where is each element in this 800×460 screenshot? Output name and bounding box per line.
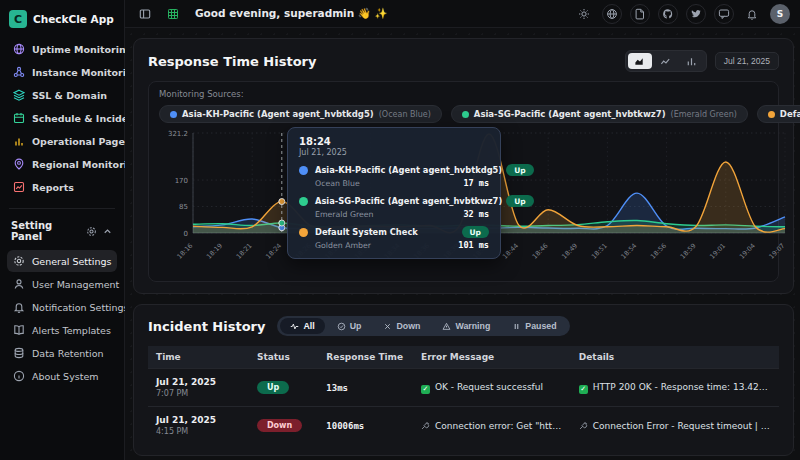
calendar-icon [13,112,25,124]
filter-up[interactable]: Up [327,318,372,334]
status-badge: Up [506,164,533,176]
user-icon [13,278,25,290]
tooltip-row: Default System CheckUp Golden Amber101 m… [299,226,489,250]
svg-text:19:07: 19:07 [768,242,787,261]
chat-icon[interactable] [714,4,734,24]
notifications-bell-icon[interactable] [742,4,762,24]
series-color-dot [299,166,308,175]
map-pin-icon [13,158,25,170]
svg-text:85: 85 [179,203,188,211]
sidebar-item-ssl-domain[interactable]: SSL & Domain [7,84,117,106]
sidebar-toggle-icon[interactable] [135,4,155,24]
filter-paused[interactable]: Paused [502,318,566,334]
sidebar-item-label: SSL & Domain [32,90,107,101]
twitter-icon[interactable] [686,4,706,24]
database-icon [13,347,25,359]
chart-tooltip: 18:24 Jul 21, 2025 Asia-KH-Pacific (Agen… [287,127,501,259]
check-icon: ✓ [421,385,430,394]
plug-icon [421,421,430,430]
globe-icon [13,43,25,55]
content-area: Response Time History Jul 21, 2025 Monit… [125,28,800,460]
status-badge: Up [506,195,533,207]
sidebar-item-label: Alerts Templates [32,325,111,336]
sidebar-item-label: Schedule & Incident [32,113,140,124]
sidebar-item-label: General Settings [32,256,111,267]
svg-text:19:01: 19:01 [708,242,727,261]
svg-text:18:46: 18:46 [531,242,550,261]
incident-history-card: Incident History All Up Down [133,304,794,456]
filter-all[interactable]: All [280,318,324,334]
svg-text:170: 170 [175,177,188,185]
sidebar-item-reports[interactable]: Reports [7,176,117,198]
sidebar-item-label: Operational Page [32,136,125,147]
sidebar-item-label: About System [32,371,99,382]
bar-chart-icon [13,135,25,147]
incident-row[interactable]: Jul 21, 20254:15 PM Down 10006ms Connect… [148,407,779,445]
line-chart-view-button[interactable] [654,53,678,69]
sidebar: C CheckCle App Uptime Monitoring Instanc… [0,0,125,460]
sidebar-item-label: Reports [32,182,74,193]
svg-text:18:56: 18:56 [649,242,668,261]
sidebar-divider [9,208,115,209]
github-icon[interactable] [658,4,678,24]
incident-row[interactable]: Jul 21, 20257:07 PM Up 13ms ✓OK - Reques… [148,369,779,407]
sidebar-item-label: Notification Settings [32,302,129,313]
sidebar-item-about-system[interactable]: About System [7,365,117,387]
sidebar-item-general-settings[interactable]: General Settings [7,250,117,272]
status-badge: Down [257,419,302,432]
response-time-chart[interactable]: 085170321.218:1618:1918:2118:2418:2618:2… [159,127,768,279]
check-icon: ✓ [579,385,588,394]
nodes-icon [13,66,25,78]
user-avatar[interactable]: S [770,4,790,24]
bar-chart-view-button[interactable] [680,53,704,69]
gear-icon [13,255,25,267]
date-picker[interactable]: Jul 21, 2025 [715,52,779,70]
book-icon [13,324,25,336]
app-logo-icon: C [9,10,27,28]
info-icon [13,370,25,382]
filter-warning[interactable]: Warning [432,318,500,334]
bell-icon [13,301,25,313]
area-chart-view-button[interactable] [628,53,652,69]
language-globe-icon[interactable] [602,4,622,24]
chevron-up-icon[interactable] [102,222,113,241]
svg-text:18:16: 18:16 [176,242,195,261]
check-circle-icon [337,322,346,331]
tooltip-date: Jul 21, 2025 [299,148,489,157]
docs-file-icon[interactable] [630,4,650,24]
line-chart-icon [13,181,25,193]
chart-panel: Monitoring Sources: Asia-KH-Pacific (Age… [148,81,779,282]
legend-item-emerald-green[interactable]: Asia-SG-Pacific (Agent agent_hvbtkwz7) (… [451,105,748,123]
sidebar-item-regional-monitoring[interactable]: Regional Monitoring [7,153,117,175]
svg-text:18:21: 18:21 [235,242,254,261]
series-color-dot [768,111,775,118]
sidebar-item-instance-monitoring[interactable]: Instance Monitoring [7,61,117,83]
tooltip-row: Asia-SG-Pacific (Agent agent_hvbtkwz7)Up… [299,195,489,219]
series-color-dot [462,111,469,118]
svg-text:18:24: 18:24 [264,242,283,261]
legend-item-ocean-blue[interactable]: Asia-KH-Pacific (Agent agent_hvbtkdg5) (… [159,105,442,123]
incident-table-header: Time Status Response Time Error Message … [148,346,779,369]
legend-item-golden-amber[interactable]: Default System Check (Golden Amber) [757,105,800,123]
monitoring-sources-legend: Asia-KH-Pacific (Agent agent_hvbtkdg5) (… [159,105,768,123]
sidebar-item-alerts-templates[interactable]: Alerts Templates [7,319,117,341]
monitoring-sources-label: Monitoring Sources: [159,89,768,99]
sidebar-item-label: User Management [32,279,119,290]
sidebar-item-uptime-monitoring[interactable]: Uptime Monitoring [7,38,117,60]
warning-icon [442,322,451,331]
series-color-dot [299,197,308,206]
sidebar-item-schedule-incident[interactable]: Schedule & Incident [7,107,117,129]
settings-panel-header[interactable]: Setting Panel [7,217,117,250]
sidebar-item-operational-page[interactable]: Operational Page [7,130,117,152]
sidebar-item-data-retention[interactable]: Data Retention [7,342,117,364]
apps-grid-icon[interactable] [163,4,183,24]
incident-table: Time Status Response Time Error Message … [148,346,779,444]
filter-down[interactable]: Down [373,318,430,334]
sidebar-item-notification-settings[interactable]: Notification Settings [7,296,117,318]
theme-toggle-icon[interactable] [574,4,594,24]
checkcle-app: C CheckCle App Uptime Monitoring Instanc… [0,0,800,460]
chart-view-switcher [625,50,707,72]
sidebar-item-user-management[interactable]: User Management [7,273,117,295]
incident-filters: All Up Down Warning Paused [277,316,569,336]
app-logo-row[interactable]: C CheckCle App [7,8,117,38]
